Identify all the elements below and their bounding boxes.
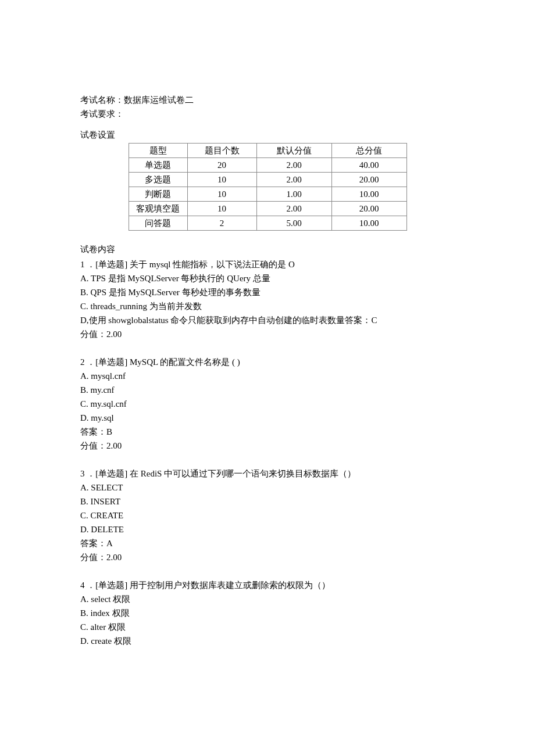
q2-option-a: A. mysql.cnf — [80, 369, 455, 383]
q2-option-d: D. my.sql — [80, 411, 455, 425]
cell: 10 — [187, 187, 256, 202]
cell: 5.00 — [256, 216, 331, 231]
exam-name-line: 考试名称：数据库运维试卷二 — [80, 93, 455, 107]
q3-option-b: B. INSERT — [80, 495, 455, 508]
exam-name-label: 考试名称： — [80, 95, 124, 105]
q3-option-a: A. SELECT — [80, 481, 455, 495]
question-1: 1 ．[单选题] 关于 mysql 性能指标，以下说法正确的是 O A. TPS… — [80, 257, 455, 341]
cell: 2.00 — [256, 173, 331, 187]
q1-option-d-and-answer: D,使用 showglobalstatus 命令只能获取到内存中自动创建的临时表… — [80, 313, 455, 327]
cell: 10.00 — [331, 187, 406, 202]
th-type: 题型 — [129, 144, 187, 158]
th-count: 题目个数 — [187, 144, 256, 158]
th-total: 总分值 — [331, 144, 406, 158]
content-title: 试卷内容 — [80, 242, 455, 256]
q1-option-c: C. threads_running 为当前并发数 — [80, 299, 455, 313]
table-row: 问答题 2 5.00 10.00 — [129, 216, 406, 231]
cell: 10 — [187, 173, 256, 187]
q4-option-c: C. alter 权限 — [80, 620, 455, 634]
q4-option-d: D. create 权限 — [80, 634, 455, 648]
question-4: 4 ．[单选题] 用于控制用户对数据库表建立或删除索的权限为（） A. sele… — [80, 578, 455, 648]
q4-option-b: B. index 权限 — [80, 606, 455, 620]
q3-score: 分值：2.00 — [80, 550, 455, 564]
question-3: 3 ．[单选题] 在 RediS 中可以通过下列哪一个语句来切换目标数据库（） … — [80, 467, 455, 564]
cell: 2.00 — [256, 202, 331, 216]
q2-option-c: C. my.sql.cnf — [80, 397, 455, 411]
cell: 单选题 — [129, 158, 187, 173]
q2-option-b: B. my.cnf — [80, 383, 455, 397]
q4-stem: 4 ．[单选题] 用于控制用户对数据库表建立或删除索的权限为（） — [80, 578, 455, 592]
q3-option-d: D. DELETE — [80, 522, 455, 536]
cell: 多选题 — [129, 173, 187, 187]
q2-score: 分值：2.00 — [80, 439, 455, 453]
settings-title: 试卷设置 — [80, 128, 455, 142]
cell: 1.00 — [256, 187, 331, 202]
q1-option-a: A. TPS 是指 MySQLServer 每秒执行的 QUery 总量 — [80, 271, 455, 285]
cell: 2 — [187, 216, 256, 231]
cell: 判断题 — [129, 187, 187, 202]
q3-stem: 3 ．[单选题] 在 RediS 中可以通过下列哪一个语句来切换目标数据库（） — [80, 467, 455, 481]
q3-answer: 答案：A — [80, 536, 455, 550]
settings-table: 题型 题目个数 默认分值 总分值 单选题 20 2.00 40.00 多选题 1… — [129, 143, 407, 231]
exam-header: 考试名称：数据库运维试卷二 考试要求： — [80, 93, 455, 121]
exam-req-line: 考试要求： — [80, 107, 455, 121]
cell: 问答题 — [129, 216, 187, 231]
table-row: 客观填空题 10 2.00 20.00 — [129, 202, 406, 216]
cell: 20 — [187, 158, 256, 173]
q1-score: 分值：2.00 — [80, 327, 455, 341]
q3-option-c: C. CREATE — [80, 508, 455, 522]
cell: 10.00 — [331, 216, 406, 231]
table-header-row: 题型 题目个数 默认分值 总分值 — [129, 144, 406, 158]
q2-answer: 答案：B — [80, 425, 455, 439]
table-row: 多选题 10 2.00 20.00 — [129, 173, 406, 187]
cell: 2.00 — [256, 158, 331, 173]
q4-option-a: A. select 权限 — [80, 592, 455, 606]
exam-name-value: 数据库运维试卷二 — [124, 95, 194, 105]
question-2: 2 ．[单选题] MySQL 的配置文件名称是 ( ) A. mysql.cnf… — [80, 355, 455, 453]
q1-option-b: B. QPS 是指 MySQLServer 每秒处理的事务数量 — [80, 285, 455, 299]
q1-stem: 1 ．[单选题] 关于 mysql 性能指标，以下说法正确的是 O — [80, 257, 455, 271]
table-row: 单选题 20 2.00 40.00 — [129, 158, 406, 173]
cell: 客观填空题 — [129, 202, 187, 216]
cell: 10 — [187, 202, 256, 216]
q2-stem: 2 ．[单选题] MySQL 的配置文件名称是 ( ) — [80, 355, 455, 369]
cell: 20.00 — [331, 202, 406, 216]
table-row: 判断题 10 1.00 10.00 — [129, 187, 406, 202]
cell: 40.00 — [331, 158, 406, 173]
cell: 20.00 — [331, 173, 406, 187]
th-default: 默认分值 — [256, 144, 331, 158]
